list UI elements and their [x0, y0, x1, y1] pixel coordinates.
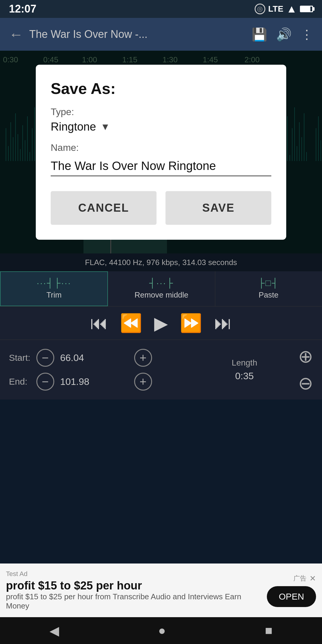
sel-values: 66.04 101.98 — [60, 349, 89, 391]
skip-to-start-button[interactable]: ⏮ — [90, 313, 108, 333]
trim-label: Trim — [47, 290, 62, 300]
file-info-text: FLAC, 44100 Hz, 976 kbps, 314.03 seconds — [85, 258, 237, 267]
transport-row: ⏮ ⏪ ▶ ⏩ ⏭ — [0, 306, 322, 340]
fast-forward-button[interactable]: ⏩ — [180, 312, 202, 334]
paste-label: Paste — [259, 290, 279, 300]
remove-middle-button[interactable]: ┤···├ Remove middle — [108, 271, 215, 306]
type-select-row[interactable]: Ringtone ▼ — [51, 120, 271, 133]
sel-labels: Start: End: — [9, 349, 30, 391]
skip-to-end-button[interactable]: ⏭ — [214, 313, 232, 333]
ad-meta: 广告 ✕ — [293, 574, 316, 583]
ad-tag: Test Ad — [6, 570, 261, 578]
rewind-button[interactable]: ⏪ — [120, 312, 142, 334]
file-info-bar: FLAC, 44100 Hz, 976 kbps, 314.03 seconds — [0, 253, 322, 271]
remove-middle-label: Remove middle — [134, 290, 188, 300]
chevron-down-icon: ▼ — [100, 121, 110, 132]
close-ad-button[interactable]: ✕ — [309, 574, 316, 583]
ad-right: 广告 ✕ OPEN — [267, 574, 316, 607]
length-label: Length — [232, 358, 257, 368]
remove-middle-icon: ┤···├ — [149, 278, 174, 288]
zoom-out-button[interactable]: ⊖ — [298, 373, 313, 394]
ad-banner: Test Ad profit $15 to $25 per hour profi… — [0, 564, 322, 617]
save-button[interactable]: SAVE — [165, 191, 271, 225]
page-title: The War Is Over Now -... — [29, 28, 246, 41]
zoom-in-button[interactable]: ⊕ — [298, 346, 313, 367]
dialog-title: Save As: — [51, 80, 271, 97]
selection-controls: Start: End: − − 66.04 101.98 + + Length … — [0, 340, 322, 400]
paste-icon: ├□┤ — [258, 278, 279, 288]
end-label: End: — [9, 373, 30, 391]
status-icons: ◎ LTE ▲ — [255, 3, 313, 15]
signal-icon: ▲ — [286, 3, 297, 15]
end-decrease-button[interactable]: − — [36, 373, 54, 391]
ad-open-button[interactable]: OPEN — [267, 586, 316, 607]
paste-button[interactable]: ├□┤ Paste — [215, 271, 322, 306]
start-label: Start: — [9, 349, 30, 367]
length-value: 0:35 — [235, 371, 254, 382]
dialog-overlay: Save As: Type: Ringtone ▼ Name: CANCEL S… — [0, 51, 322, 253]
ad-label-area: Test Ad profit $15 to $25 per hour profi… — [6, 570, 261, 611]
name-input[interactable] — [51, 156, 271, 176]
type-select[interactable]: Ringtone ▼ — [51, 120, 110, 133]
save-button[interactable]: 💾 — [252, 27, 267, 42]
app-header: ← The War Is Over Now -... 💾 🔊 ⋮ — [0, 18, 322, 51]
start-value: 66.04 — [60, 349, 89, 367]
play-button[interactable]: ▶ — [154, 313, 168, 334]
nav-back-button[interactable]: ◀ — [49, 623, 59, 638]
volume-button[interactable]: 🔊 — [276, 27, 292, 42]
header-actions: 💾 🔊 ⋮ — [252, 27, 313, 42]
battery-icon — [300, 6, 313, 12]
lte-icon: LTE — [268, 4, 284, 14]
save-as-dialog: Save As: Type: Ringtone ▼ Name: CANCEL S… — [36, 65, 286, 240]
trim-icon: ···┤├··· — [37, 278, 72, 288]
sel-minus-btns: − − — [36, 349, 54, 391]
type-label: Type: — [51, 106, 271, 117]
end-increase-button[interactable]: + — [134, 373, 152, 391]
length-display: Length 0:35 — [197, 358, 292, 382]
start-increase-button[interactable]: + — [134, 349, 152, 367]
dialog-buttons: CANCEL SAVE — [51, 191, 271, 225]
status-time: 12:07 — [9, 3, 36, 15]
bottom-nav: ◀ ● ■ — [0, 617, 322, 644]
start-decrease-button[interactable]: − — [36, 349, 54, 367]
app-icon: ◎ — [255, 4, 265, 14]
end-value: 101.98 — [60, 373, 89, 391]
zoom-controls: ⊕ ⊖ — [298, 346, 313, 394]
sel-mid: + + — [95, 349, 191, 391]
cancel-button[interactable]: CANCEL — [51, 191, 157, 225]
name-label: Name: — [51, 142, 271, 153]
ad-sub: profit $15 to $25 per hour from Transcri… — [6, 592, 261, 611]
ad-headline: profit $15 to $25 per hour — [6, 579, 261, 592]
ad-label: 广告 — [293, 574, 306, 583]
edit-mode-row: ···┤├··· Trim ┤···├ Remove middle ├□┤ Pa… — [0, 271, 322, 306]
controls-area: ···┤├··· Trim ┤···├ Remove middle ├□┤ Pa… — [0, 271, 322, 400]
back-button[interactable]: ← — [9, 26, 23, 43]
status-bar: 12:07 ◎ LTE ▲ — [0, 0, 322, 18]
more-button[interactable]: ⋮ — [301, 27, 313, 42]
type-select-value: Ringtone — [51, 120, 96, 133]
nav-home-button[interactable]: ● — [158, 623, 166, 638]
waveform-area[interactable]: 0:30 0:45 1:00 1:15 1:30 1:45 2:00 ◀ |||… — [0, 51, 322, 253]
nav-recent-button[interactable]: ■ — [265, 623, 272, 638]
trim-button[interactable]: ···┤├··· Trim — [0, 271, 108, 306]
